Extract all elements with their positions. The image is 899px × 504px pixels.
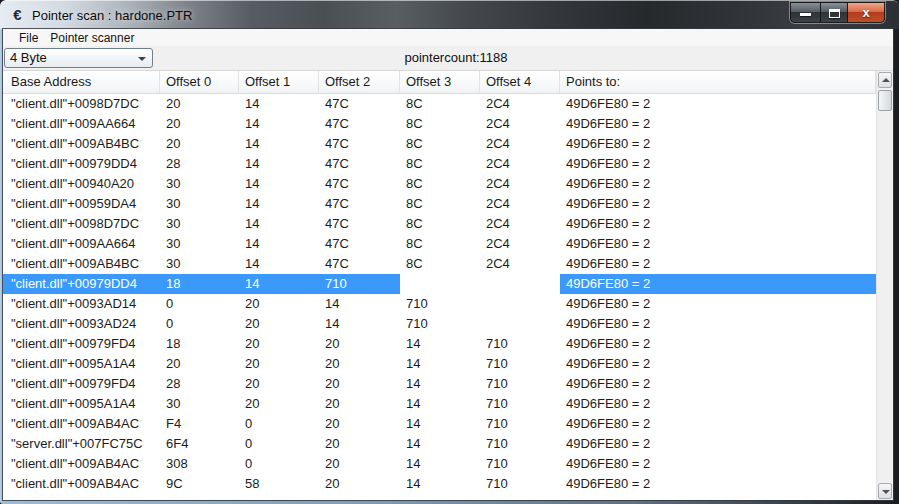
points-to-cell: 49D6FE80 = 2 [560, 234, 876, 254]
offset-2-cell: 20 [319, 394, 400, 414]
table-row[interactable]: "client.dll"+0093AD240201471049D6FE80 = … [3, 314, 876, 334]
offset-3-cell: 8C [400, 194, 480, 214]
table-row[interactable]: "client.dll"+00959DA4301447C8C2C449D6FE8… [3, 194, 876, 214]
column-header-offset-1[interactable]: Offset 1 [239, 71, 319, 94]
offset-4-cell: 2C4 [480, 134, 560, 154]
offset-4-cell: 710 [480, 454, 560, 474]
column-header-offset-4[interactable]: Offset 4 [480, 71, 560, 94]
offset-4-cell: 710 [480, 354, 560, 374]
minimize-icon [800, 13, 811, 16]
offset-4-cell [480, 314, 560, 334]
offset-3-cell: 8C [400, 114, 480, 134]
points-to-cell: 49D6FE80 = 2 [560, 94, 876, 114]
table-row[interactable]: "client.dll"+0098D7DC201447C8C2C449D6FE8… [3, 94, 876, 114]
offset-1-cell: 20 [239, 354, 319, 374]
offset-2-cell: 47C [319, 94, 400, 114]
table-row[interactable]: "client.dll"+00979DD4281447C8C2C449D6FE8… [3, 154, 876, 174]
offset-3-cell: 8C [400, 134, 480, 154]
vertical-scrollbar[interactable] [876, 71, 893, 500]
offset-3-cell: 8C [400, 174, 480, 194]
offset-1-cell: 58 [239, 474, 319, 494]
table-row[interactable]: "client.dll"+009AB4BC301447C8C2C449D6FE8… [3, 254, 876, 274]
offset-3-cell: 14 [400, 354, 480, 374]
offset-4-cell: 2C4 [480, 114, 560, 134]
offset-0-cell: 6F4 [160, 434, 239, 454]
minimize-button[interactable] [790, 2, 820, 23]
results-listview: Base AddressOffset 0Offset 1Offset 2Offs… [3, 70, 893, 500]
offset-4-cell: 710 [480, 374, 560, 394]
column-header-points-to[interactable]: Points to: [560, 71, 876, 94]
points-to-cell: 49D6FE80 = 2 [560, 294, 876, 314]
offset-1-cell: 20 [239, 374, 319, 394]
base-address-cell: "client.dll"+009AA664 [3, 114, 160, 134]
menu-pointer-scanner[interactable]: Pointer scanner [44, 30, 140, 46]
offset-4-cell: 2C4 [480, 94, 560, 114]
base-address-cell: "client.dll"+00979DD4 [3, 274, 160, 294]
column-header-offset-0[interactable]: Offset 0 [160, 71, 239, 94]
scroll-up-button[interactable] [878, 72, 892, 88]
points-to-cell: 49D6FE80 = 2 [560, 154, 876, 174]
title-bar[interactable]: € Pointer scan : hardone.PTR x [0, 0, 899, 29]
table-row[interactable]: "client.dll"+0098D7DC301447C8C2C449D6FE8… [3, 214, 876, 234]
offset-1-cell: 14 [239, 194, 319, 214]
points-to-cell: 49D6FE80 = 2 [560, 394, 876, 414]
table-row[interactable]: "client.dll"+0093AD140201471049D6FE80 = … [3, 294, 876, 314]
column-header-base-address[interactable]: Base Address [3, 71, 160, 94]
offset-0-cell: 20 [160, 134, 239, 154]
points-to-cell: 49D6FE80 = 2 [560, 334, 876, 354]
table-row[interactable]: "server.dll"+007FC75C6F40201471049D6FE80… [3, 434, 876, 454]
column-header-offset-2[interactable]: Offset 2 [319, 71, 400, 94]
points-to-cell: 49D6FE80 = 2 [560, 374, 876, 394]
menu-file[interactable]: File [13, 30, 44, 46]
base-address-cell: "client.dll"+0093AD14 [3, 294, 160, 314]
table-row[interactable]: "client.dll"+00979FD42820201471049D6FE80… [3, 374, 876, 394]
offset-2-cell: 47C [319, 174, 400, 194]
column-header-offset-3[interactable]: Offset 3 [400, 71, 480, 94]
scrollbar-thumb[interactable] [878, 90, 892, 111]
toolbar: 4 Byte pointercount:1188 [3, 46, 893, 70]
base-address-cell: "client.dll"+00959DA4 [3, 194, 160, 214]
offset-3-cell: 14 [400, 334, 480, 354]
points-to-cell: 49D6FE80 = 2 [560, 194, 876, 214]
offset-1-cell: 20 [239, 334, 319, 354]
table-row[interactable]: "client.dll"+00979FD41820201471049D6FE80… [3, 334, 876, 354]
offset-2-cell: 20 [319, 474, 400, 494]
offset-2-cell: 14 [319, 294, 400, 314]
close-button[interactable]: x [848, 2, 885, 23]
maximize-button[interactable] [820, 2, 848, 23]
table-row[interactable]: "client.dll"+0095A1A42020201471049D6FE80… [3, 354, 876, 374]
table-row[interactable]: "client.dll"+0095A1A43020201471049D6FE80… [3, 394, 876, 414]
offset-4-cell: 2C4 [480, 214, 560, 234]
offset-4-cell: 2C4 [480, 154, 560, 174]
table-row[interactable]: "client.dll"+009AB4AC3080201471049D6FE80… [3, 454, 876, 474]
offset-0-cell: 308 [160, 454, 239, 474]
pointer-scan-window: € Pointer scan : hardone.PTR x File Poin… [0, 0, 899, 504]
scroll-down-button[interactable] [878, 483, 892, 499]
offset-3-cell: 8C [400, 154, 480, 174]
base-address-cell: "client.dll"+009AA664 [3, 234, 160, 254]
offset-0-cell: 30 [160, 214, 239, 234]
base-address-cell: "server.dll"+007FC75C [3, 434, 160, 454]
table-row[interactable]: "client.dll"+009AA664201447C8C2C449D6FE8… [3, 114, 876, 134]
table-row[interactable]: "client.dll"+009AB4ACF40201471049D6FE80 … [3, 414, 876, 434]
offset-3-cell: 14 [400, 474, 480, 494]
offset-1-cell: 20 [239, 314, 319, 334]
table-row[interactable]: "client.dll"+009AB4BC201447C8C2C449D6FE8… [3, 134, 876, 154]
offset-3-cell: 14 [400, 394, 480, 414]
window-client-area: File Pointer scanner 4 Byte pointercount… [3, 29, 893, 500]
points-to-cell: 49D6FE80 = 2 [560, 174, 876, 194]
close-icon: x [848, 5, 884, 20]
list-rows: "client.dll"+0098D7DC201447C8C2C449D6FE8… [3, 94, 876, 500]
offset-0-cell: 30 [160, 254, 239, 274]
offset-2-cell: 47C [319, 234, 400, 254]
table-row[interactable]: "client.dll"+00979DD4181471049D6FE80 = 2 [3, 274, 876, 294]
table-row[interactable]: "client.dll"+00940A20301447C8C2C449D6FE8… [3, 174, 876, 194]
table-row[interactable]: "client.dll"+009AB4AC9C58201471049D6FE80… [3, 474, 876, 494]
table-row[interactable]: "client.dll"+009AA664301447C8C2C449D6FE8… [3, 234, 876, 254]
offset-1-cell: 20 [239, 394, 319, 414]
points-to-cell: 49D6FE80 = 2 [560, 454, 876, 474]
offset-4-cell: 710 [480, 474, 560, 494]
offset-3-cell: 14 [400, 414, 480, 434]
base-address-cell: "client.dll"+0098D7DC [3, 214, 160, 234]
offset-0-cell: 18 [160, 334, 239, 354]
